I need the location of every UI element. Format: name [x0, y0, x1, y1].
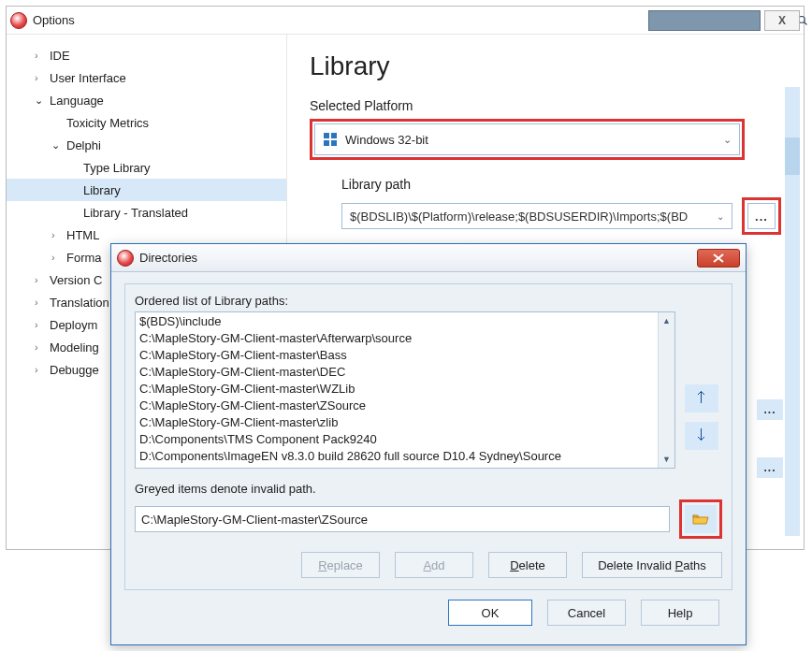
tree-item-ide[interactable]: ›IDE — [7, 44, 286, 66]
list-scrollbar[interactable]: ▲ ▼ — [658, 312, 674, 468]
platform-label: Selected Platform — [310, 98, 781, 113]
svg-line-1 — [805, 22, 807, 24]
path-value: C:\MapleStory-GM-Client-master\ZSource — [141, 513, 368, 527]
platform-highlight: Windows 32-bit ⌄ — [310, 119, 745, 160]
platform-value: Windows 32-bit — [345, 133, 428, 147]
libpath-input[interactable]: $(BDSLIB)\$(Platform)\release;$(BDSUSERD… — [341, 203, 732, 229]
libpath-label: Library path — [341, 177, 781, 192]
libpath-value: $(BDSLIB)\$(Platform)\release;$(BDSUSERD… — [350, 210, 688, 224]
svg-rect-3 — [331, 133, 337, 138]
tree-item-language[interactable]: ⌄Language — [7, 89, 286, 111]
chevron-down-icon: ⌄ — [723, 134, 732, 146]
dialog-titlebar: Directories — [111, 244, 746, 272]
libpath-ellipsis-button[interactable]: ... — [747, 203, 776, 229]
tree-item-library[interactable]: Library — [7, 179, 286, 201]
chevron-down-icon: ⌄ — [717, 211, 724, 222]
libpath-browse-highlight: ... — [742, 197, 781, 235]
delete-invalid-button[interactable]: Delete Invalid Paths — [582, 552, 722, 578]
move-down-button[interactable]: 🡓 — [685, 422, 718, 450]
delete-button[interactable]: Delete — [488, 552, 567, 578]
svg-rect-2 — [324, 133, 329, 138]
cancel-button[interactable]: Cancel — [547, 600, 626, 626]
list-item[interactable]: $(BDS)\include — [139, 313, 654, 330]
tree-item-library-translated[interactable]: Library - Translated — [7, 201, 286, 224]
list-item[interactable]: C:\MapleStory-GM-Client-master\WZLib — [139, 381, 654, 398]
list-item[interactable]: C:\MapleStory-GM-Client-master\Bass — [139, 347, 654, 364]
tree-item-delphi[interactable]: ⌄Delphi — [7, 134, 286, 156]
paths-listbox[interactable]: $(BDS)\includeC:\MapleStory-GM-Client-ma… — [135, 311, 675, 469]
list-item[interactable]: C:\MapleStory-GM-Client-master\DEC — [139, 364, 654, 381]
tree-item-ui[interactable]: ›User Interface — [7, 66, 286, 89]
browse-button[interactable] — [685, 505, 717, 533]
invalid-note: Greyed items denote invalid path. — [135, 482, 722, 496]
window-title: Options — [33, 13, 75, 27]
platform-select[interactable]: Windows 32-bit ⌄ — [314, 123, 740, 155]
scroll-down-icon[interactable]: ▼ — [659, 451, 674, 468]
add-button[interactable]: Add — [395, 552, 473, 578]
list-item[interactable]: C:\MapleStory-GM-Client-master\ZSource — [139, 398, 654, 414]
page-title: Library — [310, 51, 781, 81]
path-input[interactable]: C:\MapleStory-GM-Client-master\ZSource — [135, 506, 670, 532]
replace-button[interactable]: Replace — [301, 552, 380, 578]
ellipsis-button[interactable]: ... — [757, 399, 783, 420]
tree-item-typelib[interactable]: Type Library — [7, 156, 286, 179]
close-button[interactable]: X — [764, 10, 800, 31]
dialog-title: Directories — [139, 251, 197, 265]
move-up-button[interactable]: 🡑 — [685, 384, 718, 412]
ok-button[interactable]: OK — [448, 600, 532, 626]
list-item[interactable]: C:\MapleStory-GM-Client-master\zlib — [139, 414, 654, 431]
list-item[interactable]: D:\Components\Almediadev StyleControls v… — [139, 465, 654, 468]
tree-item-toxicity[interactable]: Toxicity Metrics — [7, 111, 286, 134]
ellipsis-button[interactable]: ... — [757, 457, 783, 478]
app-icon — [10, 12, 27, 29]
directories-dialog: Directories Ordered list of Library path… — [110, 243, 747, 645]
search-box[interactable] — [648, 10, 761, 31]
scroll-up-icon[interactable]: ▲ — [659, 312, 674, 329]
windows-icon — [323, 132, 338, 147]
group-label: Ordered list of Library paths: — [135, 294, 722, 308]
browse-highlight — [679, 499, 722, 539]
folder-icon — [692, 513, 709, 526]
arrow-down-icon: 🡓 — [694, 427, 709, 444]
svg-rect-4 — [324, 140, 329, 146]
titlebar: Options X — [7, 7, 804, 35]
svg-rect-5 — [331, 140, 337, 146]
scrollbar[interactable] — [785, 87, 800, 536]
list-item[interactable]: D:\Components\ImageEN v8.3.0 build 28620… — [139, 448, 654, 465]
arrow-up-icon: 🡑 — [694, 390, 709, 407]
close-icon — [713, 253, 724, 263]
help-button[interactable]: Help — [641, 600, 719, 626]
app-icon — [117, 250, 134, 267]
list-item[interactable]: D:\Components\TMS Component Pack9240 — [139, 431, 654, 448]
paths-panel: Ordered list of Library paths: $(BDS)\in… — [124, 283, 732, 590]
dialog-close-button[interactable] — [697, 249, 740, 268]
list-item[interactable]: C:\MapleStory-GM-Client-master\Afterwarp… — [139, 330, 654, 347]
